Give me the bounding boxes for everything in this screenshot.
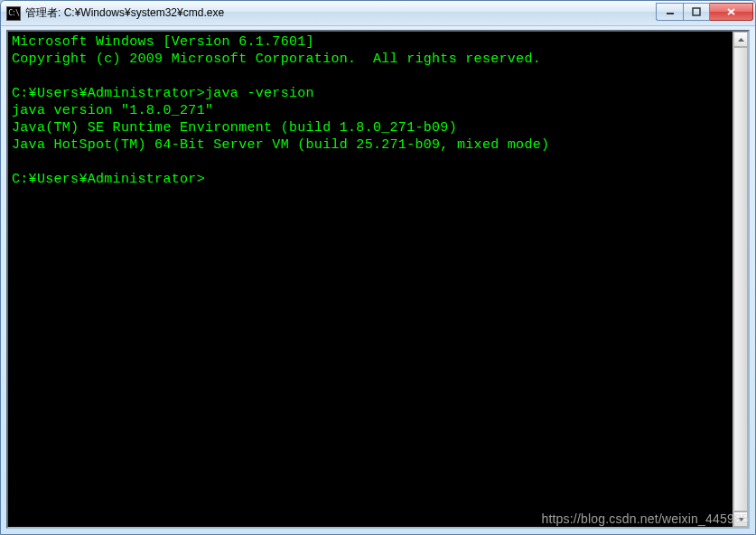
cmd-icon: C:\	[6, 6, 21, 21]
minimize-button[interactable]	[656, 3, 683, 21]
minimize-icon	[666, 7, 675, 16]
console-line: Java HotSpot(TM) 64-Bit Server VM (build…	[12, 137, 549, 153]
scroll-down-button[interactable]	[733, 512, 748, 527]
console-line: java version "1.8.0_271"	[12, 103, 213, 118]
console-line: Microsoft Windows [Version 6.1.7601]	[12, 34, 314, 50]
console-line: Java(TM) SE Runtime Environment (build 1…	[12, 120, 457, 136]
window-title: 管理者: C:¥Windows¥system32¥cmd.exe	[25, 5, 656, 21]
close-icon	[726, 7, 736, 16]
titlebar[interactable]: C:\ 管理者: C:¥Windows¥system32¥cmd.exe	[1, 1, 755, 26]
chevron-down-icon	[738, 518, 744, 521]
console-line: C:¥Users¥Administrator>java -version	[12, 86, 314, 101]
close-button[interactable]	[710, 3, 753, 21]
window-controls	[656, 3, 753, 21]
console-output[interactable]: Microsoft Windows [Version 6.1.7601] Cop…	[8, 32, 733, 527]
console-frame: Microsoft Windows [Version 6.1.7601] Cop…	[6, 30, 750, 529]
scroll-up-button[interactable]	[733, 32, 748, 47]
console-line: Copyright (c) 2009 Microsoft Corporation…	[12, 52, 541, 67]
svg-rect-1	[693, 8, 700, 15]
console-line: C:¥Users¥Administrator>	[12, 172, 205, 187]
maximize-button[interactable]	[683, 3, 710, 21]
vertical-scrollbar[interactable]	[733, 32, 748, 527]
scroll-thumb[interactable]	[733, 47, 748, 512]
maximize-icon	[692, 7, 701, 16]
scroll-track[interactable]	[733, 47, 748, 512]
chevron-up-icon	[738, 38, 744, 42]
command-prompt-window: C:\ 管理者: C:¥Windows¥system32¥cmd.exe Mic…	[0, 0, 756, 535]
svg-rect-0	[667, 13, 674, 14]
